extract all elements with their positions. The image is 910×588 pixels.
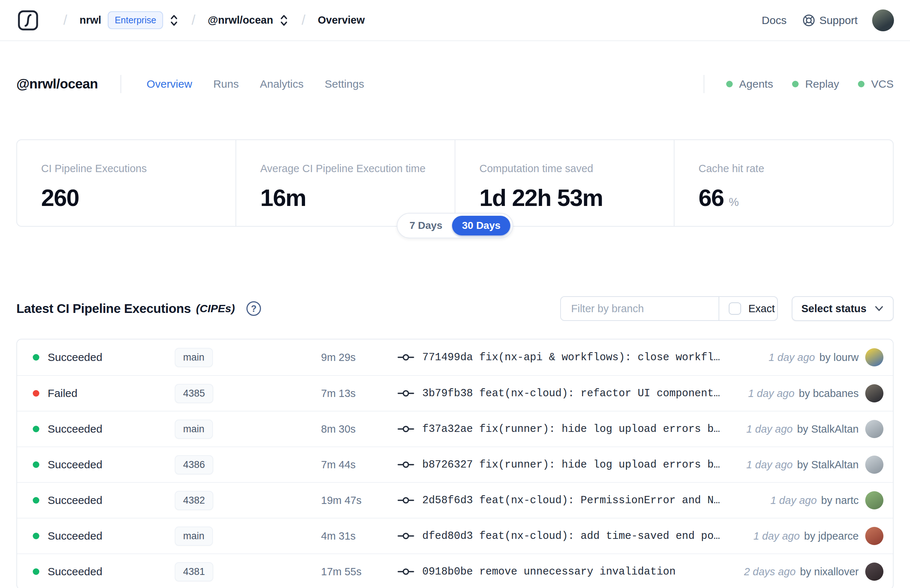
branch-chip[interactable]: 4385 xyxy=(175,384,213,403)
workspace-tab[interactable]: Settings xyxy=(325,78,364,90)
user-avatar[interactable] xyxy=(872,10,894,31)
status-dot xyxy=(33,390,39,397)
duration-label: 17m 55s xyxy=(321,566,398,578)
cipe-section-header: Latest CI Pipeline Executions (CIPEs) ? … xyxy=(16,296,894,321)
author-avatar[interactable] xyxy=(865,348,883,367)
status-dot xyxy=(33,354,39,360)
author-label: by nixallover xyxy=(800,566,859,578)
date-range-option[interactable]: 7 Days xyxy=(400,216,452,236)
workspace-tab[interactable]: Runs xyxy=(213,78,239,90)
workspace-title: @nrwl/ocean xyxy=(16,76,98,92)
status-label: Succeeded xyxy=(48,494,102,507)
cipe-row[interactable]: Succeeded main 8m 30s f37a32ae fix(runne… xyxy=(17,411,893,446)
author-avatar[interactable] xyxy=(865,456,883,474)
branch-chip[interactable]: 4381 xyxy=(175,562,213,582)
commit-message[interactable]: 771499da fix(nx-api & workflows): close … xyxy=(422,352,720,363)
cipe-row[interactable]: Succeeded main 9m 29s 771499da fix(nx-ap… xyxy=(17,339,893,375)
branch-cell: main xyxy=(175,527,321,546)
commit-cell: 771499da fix(nx-api & workflows): close … xyxy=(398,352,769,363)
cipe-meta-cell: 1 day ago by bcabanes xyxy=(748,384,883,402)
feature-status-label: Agents xyxy=(739,78,773,90)
date-range-option[interactable]: 30 Days xyxy=(452,216,510,236)
commit-cell: 3b79fb38 feat(nx-cloud): refactor UI com… xyxy=(398,388,748,399)
git-commit-icon xyxy=(398,352,414,363)
branch-chip[interactable]: 4382 xyxy=(175,491,213,510)
exact-segment: Exact xyxy=(719,297,778,320)
breadcrumb-separator: / xyxy=(191,12,196,28)
commit-message[interactable]: f37a32ae fix(runner): hide log upload er… xyxy=(422,423,720,435)
exact-checkbox[interactable] xyxy=(729,302,741,315)
nx-cloud-logo[interactable] xyxy=(18,10,39,31)
branch-cell: main xyxy=(175,348,321,367)
git-commit-icon xyxy=(398,459,414,470)
commit-message[interactable]: 3b79fb38 feat(nx-cloud): refactor UI com… xyxy=(422,388,720,399)
chevron-down-icon xyxy=(874,305,884,312)
time-ago-label: 1 day ago xyxy=(770,494,816,507)
feature-status-label: Replay xyxy=(805,78,839,90)
support-lifering-icon xyxy=(802,13,816,27)
breadcrumb-workspace[interactable]: @nrwl/ocean xyxy=(208,14,273,26)
divider xyxy=(121,75,121,93)
branch-chip[interactable]: main xyxy=(175,348,213,367)
status-dot xyxy=(33,533,39,539)
cipe-row[interactable]: Failed 4385 7m 13s 3b79fb38 feat(nx-clou… xyxy=(17,375,893,411)
author-avatar[interactable] xyxy=(865,491,883,509)
stat-label: Cache hit rate xyxy=(698,163,878,174)
cipe-meta-cell: 1 day ago by lourw xyxy=(769,348,883,367)
cipe-status-cell: Succeeded xyxy=(33,459,175,471)
commit-message[interactable]: 2d58f6d3 feat(nx-cloud): PermissionError… xyxy=(422,494,720,507)
cipe-meta-cell: 1 day ago by StalkAltan xyxy=(746,456,883,474)
duration-label: 8m 30s xyxy=(321,423,398,435)
status-select-button[interactable]: Select status xyxy=(792,296,894,321)
workspace-tab[interactable]: Overview xyxy=(147,78,192,90)
date-range-toggle: 7 Days 30 Days xyxy=(397,213,513,238)
author-label: by StalkAltan xyxy=(797,459,859,471)
breadcrumb-separator: / xyxy=(63,12,67,28)
cipe-row[interactable]: Succeeded 4386 7m 44s b8726327 fix(runne… xyxy=(17,446,893,482)
branch-filter-group: Exact xyxy=(560,296,778,321)
cipe-row[interactable]: Succeeded 4382 19m 47s 2d58f6d3 feat(nx-… xyxy=(17,482,893,518)
breadcrumb-org[interactable]: nrwl xyxy=(80,14,102,26)
branch-filter-input[interactable] xyxy=(561,297,719,320)
branch-cell: 4386 xyxy=(175,455,321,475)
workspace-tab[interactable]: Analytics xyxy=(260,78,304,90)
time-ago-label: 1 day ago xyxy=(748,388,794,399)
duration-label: 9m 29s xyxy=(321,352,398,363)
branch-chip[interactable]: 4386 xyxy=(175,455,213,475)
org-switcher-icon[interactable] xyxy=(169,14,179,27)
git-commit-icon xyxy=(398,495,414,506)
branch-cell: main xyxy=(175,420,321,439)
cipe-row[interactable]: Succeeded main 4m 31s dfed80d3 feat(nx-c… xyxy=(17,518,893,553)
feature-status: VCS xyxy=(858,78,894,90)
stats-cards: CI Pipeline Executions 260 Average CI Pi… xyxy=(16,139,894,227)
author-avatar[interactable] xyxy=(865,562,883,581)
stat-label: Computation time saved xyxy=(479,163,659,174)
divider xyxy=(704,75,704,93)
branch-chip[interactable]: main xyxy=(175,420,213,439)
commit-message[interactable]: dfed80d3 feat(nx-cloud): add time-saved … xyxy=(422,530,720,542)
docs-link[interactable]: Docs xyxy=(762,14,787,27)
support-link[interactable]: Support xyxy=(819,14,858,27)
nx-cloud-app: / nrwl Enterprise / @nrwl/ocean / Overvi… xyxy=(0,0,910,588)
author-label: by lourw xyxy=(819,352,859,363)
cipe-meta-cell: 1 day ago by nartc xyxy=(770,491,883,509)
duration-label: 7m 44s xyxy=(321,459,398,471)
help-icon[interactable]: ? xyxy=(246,301,261,316)
author-avatar[interactable] xyxy=(865,420,883,438)
cipe-row[interactable]: Succeeded 4381 17m 55s 0918b0be remove u… xyxy=(17,553,893,588)
workspace-switcher-icon[interactable] xyxy=(279,14,289,27)
commit-message[interactable]: 0918b0be remove unnecessary invalidation xyxy=(422,566,676,578)
commit-cell: dfed80d3 feat(nx-cloud): add time-saved … xyxy=(398,530,753,542)
status-select-label: Select status xyxy=(802,303,867,315)
feature-statuses: Agents Replay VCS xyxy=(726,78,894,90)
duration-label: 19m 47s xyxy=(321,494,398,507)
status-label: Succeeded xyxy=(48,423,102,435)
stat-value: 66 xyxy=(698,184,724,212)
author-avatar[interactable] xyxy=(865,527,883,545)
stat-value: 1d 22h 53m xyxy=(479,184,603,212)
author-avatar[interactable] xyxy=(865,384,883,402)
cipe-table: Succeeded main 9m 29s 771499da fix(nx-ap… xyxy=(16,339,894,588)
branch-chip[interactable]: main xyxy=(175,527,213,546)
commit-message[interactable]: b8726327 fix(runner): hide log upload er… xyxy=(422,459,720,471)
status-dot xyxy=(33,426,39,432)
